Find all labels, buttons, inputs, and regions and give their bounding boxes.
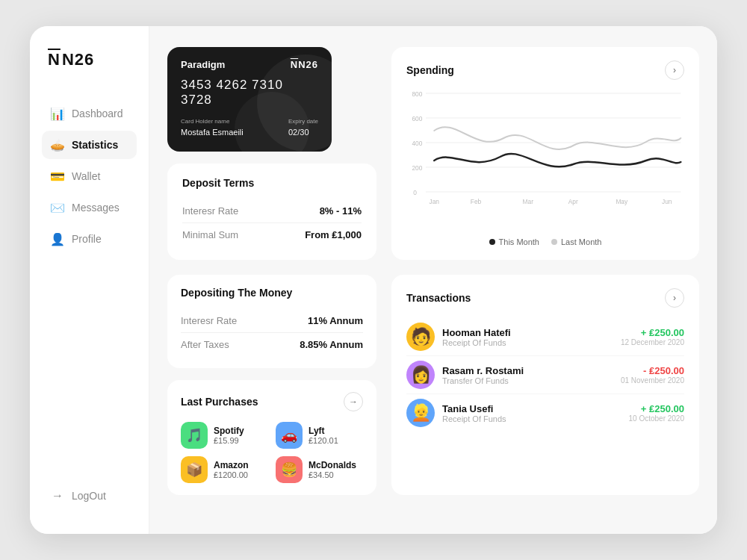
messages-icon: ✉️ bbox=[51, 201, 64, 214]
transaction-item: 🧑 Hooman Hatefi Receipt Of Funds + ₤250.… bbox=[406, 318, 684, 356]
transactions-list: 🧑 Hooman Hatefi Receipt Of Funds + ₤250.… bbox=[406, 318, 684, 432]
transactions-title: Transactions bbox=[406, 292, 471, 304]
logo-overline: N bbox=[48, 50, 61, 69]
card-footer: Card Holder name Mostafa Esmaeili Expiry… bbox=[181, 118, 318, 138]
sidebar-item-label-statistics: Statistics bbox=[72, 139, 118, 151]
purchase-icon: 🚗 bbox=[276, 422, 303, 449]
transactions-header: Transactions › bbox=[406, 288, 684, 308]
logo-text: N26 bbox=[62, 50, 94, 69]
purchases-arrow-button[interactable]: → bbox=[344, 392, 363, 411]
legend-last-month-label: Last Month bbox=[561, 237, 601, 246]
transaction-item: 👩 Rasam r. Rostami Transfer Of Funds - ₤… bbox=[406, 356, 684, 394]
svg-text:600: 600 bbox=[412, 115, 422, 122]
txn-date: 01 November 2020 bbox=[621, 376, 684, 385]
logout-icon: → bbox=[51, 489, 64, 503]
purchase-amount: ₤120.01 bbox=[309, 436, 338, 445]
card-holder-name: Mostafa Esmaeili bbox=[181, 128, 244, 137]
purchase-item: 📦 Amazon ₤1200.00 bbox=[181, 456, 268, 483]
depositing-row: Interesr Rate 11% Annum bbox=[181, 309, 363, 333]
txn-amount: + ₤250.00 bbox=[621, 327, 684, 338]
txn-right: + ₤250.00 12 December 2020 bbox=[621, 327, 684, 346]
bottom-row: Depositing The Money Interesr Rate 11% A… bbox=[167, 275, 699, 495]
purchase-info: McDonalds ₤34.50 bbox=[309, 460, 356, 479]
sidebar-item-messages[interactable]: ✉️ Messages bbox=[42, 193, 137, 222]
purchases-header: Last Purchases → bbox=[181, 392, 363, 411]
card-number: 3453 4262 7310 3728 bbox=[181, 78, 318, 108]
purchase-icon: 🎵 bbox=[181, 422, 208, 449]
main-content: Paradigm NN26 3453 4262 7310 3728 Card H… bbox=[149, 26, 717, 534]
bank-card: Paradigm NN26 3453 4262 7310 3728 Card H… bbox=[167, 47, 332, 152]
purchase-amount: ₤15.99 bbox=[214, 436, 244, 445]
deposit-terms-row: Minimal Sum From ₤1,000 bbox=[182, 223, 362, 246]
logo: NN26 bbox=[42, 50, 137, 69]
sidebar-item-statistics[interactable]: 🥧 Statistics bbox=[42, 131, 137, 159]
purchase-icon: 📦 bbox=[181, 456, 208, 483]
purchases-title: Last Purchases bbox=[181, 396, 258, 408]
purchases-grid: 🎵 Spotify ₤15.99 🚗 Lyft ₤120.01 📦 Amazon… bbox=[181, 422, 363, 483]
txn-name: Rasam r. Rostami bbox=[442, 365, 613, 376]
purchases-section: Last Purchases → 🎵 Spotify ₤15.99 🚗 Lyft… bbox=[167, 380, 376, 495]
deposit-terms-row: Interesr Rate 8% - 11% bbox=[182, 199, 362, 223]
left-bottom: Depositing The Money Interesr Rate 11% A… bbox=[167, 275, 376, 495]
profile-icon: 👤 bbox=[51, 232, 64, 246]
sidebar-item-profile[interactable]: 👤 Profile bbox=[42, 225, 137, 253]
transactions-section: Transactions › 🧑 Hooman Hatefi Receipt O… bbox=[391, 275, 699, 495]
svg-text:0: 0 bbox=[413, 189, 417, 196]
purchase-info: Lyft ₤120.01 bbox=[309, 426, 338, 445]
logout-button[interactable]: → LogOut bbox=[42, 482, 137, 510]
deposit-row-label: Minimal Sum bbox=[182, 229, 238, 240]
purchase-info: Amazon ₤1200.00 bbox=[214, 460, 249, 479]
card-holder-field: Card Holder name Mostafa Esmaeili bbox=[181, 118, 244, 138]
deposit-terms-rows: Interesr Rate 8% - 11% Minimal Sum From … bbox=[182, 199, 362, 246]
txn-name: Tania Usefi bbox=[442, 403, 622, 414]
nav-items: 📊 Dashboard 🥧 Statistics 💳 Wallet ✉️ Mes… bbox=[42, 99, 137, 482]
sidebar-item-dashboard[interactable]: 📊 Dashboard bbox=[42, 99, 137, 128]
purchase-item: 🎵 Spotify ₤15.99 bbox=[181, 422, 268, 449]
txn-date: 10 October 2020 bbox=[629, 414, 685, 423]
svg-text:Apr: Apr bbox=[568, 198, 578, 205]
chart-arrow-button[interactable]: › bbox=[665, 60, 684, 80]
deposit-row-label: Interesr Rate bbox=[182, 205, 238, 217]
legend-this-month-label: This Month bbox=[499, 237, 539, 246]
deposit-terms-title: Deposit Terms bbox=[182, 177, 362, 189]
depositing-row-value: 8.85% Annum bbox=[300, 339, 363, 350]
txn-amount: + ₤250.00 bbox=[629, 403, 685, 414]
card-expiry-field: Expiry date 02/30 bbox=[288, 118, 318, 138]
chart-title: Spending bbox=[406, 64, 454, 76]
transactions-arrow-button[interactable]: › bbox=[665, 288, 684, 308]
sidebar: NN26 📊 Dashboard 🥧 Statistics 💳 Wallet ✉… bbox=[30, 26, 149, 534]
chart-area: 800 600 400 200 0 bbox=[406, 86, 684, 234]
app-container: NN26 📊 Dashboard 🥧 Statistics 💳 Wallet ✉… bbox=[30, 26, 717, 534]
svg-text:200: 200 bbox=[412, 164, 422, 172]
depositing-row: After Taxes 8.85% Annum bbox=[181, 333, 363, 356]
sidebar-item-wallet[interactable]: 💳 Wallet bbox=[42, 162, 137, 190]
svg-text:400: 400 bbox=[412, 140, 422, 147]
card-logo: NN26 bbox=[291, 59, 318, 70]
txn-info: Tania Usefi Receipt Of Funds bbox=[442, 403, 622, 423]
txn-amount: - ₤250.00 bbox=[621, 365, 684, 376]
deposit-row-value: 8% - 11% bbox=[320, 205, 362, 217]
legend-this-month-dot bbox=[489, 239, 495, 245]
purchase-item: 🍔 McDonalds ₤34.50 bbox=[276, 456, 363, 483]
chart-legend: This Month Last Month bbox=[406, 237, 684, 246]
sidebar-item-label-profile: Profile bbox=[72, 233, 102, 245]
card-holder-label: Card Holder name bbox=[181, 118, 244, 125]
purchase-amount: ₤34.50 bbox=[309, 470, 356, 479]
svg-text:May: May bbox=[616, 198, 627, 205]
depositing-row-label: After Taxes bbox=[181, 339, 229, 350]
depositing-title: Depositing The Money bbox=[181, 287, 363, 299]
purchase-amount: ₤1200.00 bbox=[214, 470, 249, 479]
spending-chart-svg: 800 600 400 200 0 bbox=[406, 86, 684, 205]
spending-chart-section: Spending › 800 600 400 200 0 bbox=[391, 47, 699, 260]
sidebar-item-label-messages: Messages bbox=[72, 202, 120, 214]
sidebar-item-label-wallet: Wallet bbox=[72, 170, 100, 182]
txn-info: Hooman Hatefi Receipt Of Funds bbox=[442, 327, 613, 347]
avatar: 👩 bbox=[406, 361, 435, 389]
legend-last-month: Last Month bbox=[551, 237, 601, 246]
purchase-info: Spotify ₤15.99 bbox=[214, 426, 244, 445]
svg-text:Jun: Jun bbox=[662, 198, 672, 205]
purchase-name: Spotify bbox=[214, 426, 244, 436]
depositing-section: Depositing The Money Interesr Rate 11% A… bbox=[167, 275, 376, 368]
depositing-rows: Interesr Rate 11% Annum After Taxes 8.85… bbox=[181, 309, 363, 356]
svg-text:Mar: Mar bbox=[523, 198, 534, 205]
